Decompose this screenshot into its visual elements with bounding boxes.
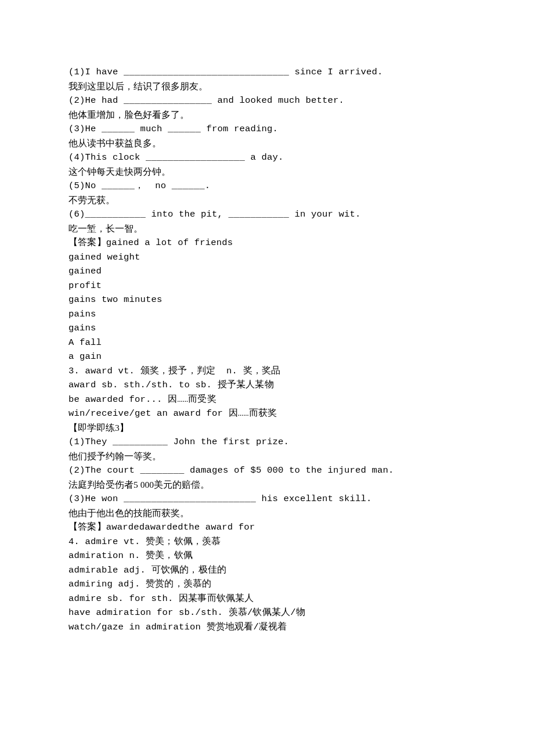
text-line: win/receive/get an award for 因……而获奖 <box>68 406 466 421</box>
text-line: 不劳无获。 <box>68 193 466 208</box>
text-line: (3)He won ________________________ his e… <box>68 492 466 506</box>
text-line: profit <box>68 279 466 293</box>
text-line: admire sb. for sth. 因某事而钦佩某人 <box>68 592 466 606</box>
text-line: pains <box>68 307 466 322</box>
document-body: (1)I have ______________________________… <box>68 65 466 634</box>
text-line: gained weight <box>68 250 466 265</box>
text-line: 【即学即练3】 <box>68 421 466 435</box>
text-line: be awarded for... 因……而受奖 <box>68 393 466 407</box>
text-line: 我到这里以后，结识了很多朋友。 <box>68 80 466 94</box>
text-line: 3. award vt. 颁奖，授予，判定 n. 奖，奖品 <box>68 364 466 379</box>
text-line: gained <box>68 264 466 279</box>
text-line: 他从读书中获益良多。 <box>68 136 466 151</box>
text-line: 他们授予约翰一等奖。 <box>68 449 466 464</box>
document-page: (1)I have ______________________________… <box>0 0 534 756</box>
text-line: have admiration for sb./sth. 羡慕/钦佩某人/物 <box>68 606 466 620</box>
text-line: 他由于他出色的技能而获奖。 <box>68 506 466 521</box>
text-line: admiring adj. 赞赏的，羡慕的 <box>68 577 466 592</box>
text-line: (2)The court ________ damages of $5 000 … <box>68 463 466 478</box>
text-line: admirable adj. 可饮佩的，极佳的 <box>68 563 466 578</box>
text-line: admiration n. 赞美，钦佩 <box>68 549 466 563</box>
text-line: (1)I have ______________________________… <box>68 65 466 80</box>
text-line: (6)___________ into the pit, ___________… <box>68 207 466 222</box>
text-line: (2)He had ________________ and looked mu… <box>68 93 466 108</box>
text-line: A fall <box>68 336 466 350</box>
text-line: 【答案】gained a lot of friends <box>68 236 466 250</box>
text-line: a gain <box>68 350 466 364</box>
text-line: 法庭判给受伤者5 000美元的赔偿。 <box>68 478 466 492</box>
text-line: 这个钟每天走快两分钟。 <box>68 165 466 179</box>
text-line: 吃一堑，长一智。 <box>68 222 466 236</box>
text-line: (5)No ______， no ______. <box>68 179 466 193</box>
text-line: watch/gaze in admiration 赞赏地观看/凝视着 <box>68 620 466 635</box>
text-line: award sb. sth./sth. to sb. 授予某人某物 <box>68 378 466 393</box>
text-line: 【答案】awardedawardedthe award for <box>68 520 466 535</box>
text-line: gains <box>68 321 466 336</box>
text-line: 他体重增加，脸色好看多了。 <box>68 108 466 123</box>
text-line: 4. admire vt. 赞美；钦佩，羡慕 <box>68 535 466 549</box>
text-line: (3)He ______ much ______ from reading. <box>68 122 466 136</box>
text-line: (1)They __________ John the first prize. <box>68 435 466 449</box>
text-line: (4)This clock __________________ a day. <box>68 150 466 165</box>
text-line: gains two minutes <box>68 293 466 307</box>
